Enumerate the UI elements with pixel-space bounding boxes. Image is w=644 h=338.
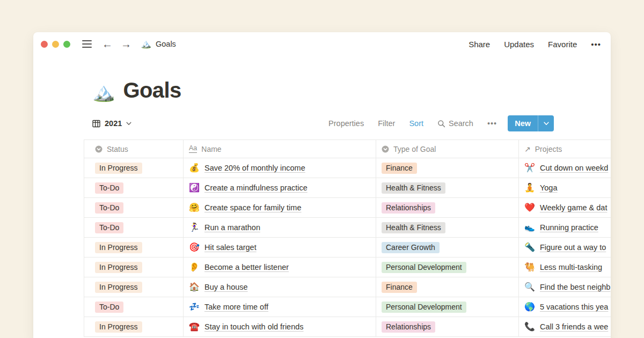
type-badge: Health & Fitness [382,182,445,194]
projects-cell[interactable]: ❤️ Weekly game & dat [518,198,611,218]
properties-button[interactable]: Properties [328,119,364,128]
breadcrumb-label: Goals [156,40,176,48]
type-of-goal-cell[interactable]: Finance [376,277,518,297]
type-of-goal-cell[interactable]: Health & Fitness [376,178,518,198]
status-badge: To-Do [95,302,123,313]
projects-cell[interactable]: 👟 Running practice [518,218,611,238]
goal-name: Become a better listener [204,263,289,271]
search-label: Search [449,119,473,128]
type-of-goal-cell[interactable]: Personal Development [376,297,518,317]
status-cell[interactable]: In Progress [84,277,183,297]
chevron-down-icon [544,122,549,126]
more-options-icon[interactable]: ••• [591,40,601,49]
type-badge: Personal Development [382,262,466,273]
forward-arrow-icon[interactable]: → [121,39,131,49]
status-cell[interactable]: To-Do [84,297,183,317]
goal-name: Stay in touch with old friends [204,322,304,331]
type-of-goal-cell[interactable]: Relationships [376,198,518,218]
name-cell[interactable]: ☎️ Stay in touch with old friends [183,317,376,337]
column-label: Type of Goal [393,145,436,153]
name-cell[interactable]: 🏠 Buy a house [183,277,376,297]
column-header-name[interactable]: Aa Name [183,139,376,158]
status-cell[interactable]: To-Do [84,218,183,238]
close-window-button[interactable] [41,41,48,48]
breadcrumb[interactable]: 🏔️ Goals [141,40,176,48]
name-cell[interactable]: ☯️ Create a mindfulness practice [183,178,376,198]
project-name: Less multi-tasking [540,263,602,271]
project-name: Find the best neighb [540,283,610,291]
projects-cell[interactable]: 🔍 Find the best neighb [518,277,611,297]
window-topbar: ← → 🏔️ Goals Share Updates Favorite ••• [33,32,611,56]
goal-icon: 🏃‍♀️ [189,223,200,232]
page-icon-mountain[interactable]: 🏔️ [92,82,115,102]
sort-button[interactable]: Sort [409,119,423,128]
status-badge: In Progress [95,163,142,174]
column-label: Projects [535,145,562,153]
status-cell[interactable]: To-Do [84,178,183,198]
updates-button[interactable]: Updates [504,40,534,49]
goal-name: Hit sales target [204,243,257,252]
status-cell[interactable]: In Progress [84,317,183,337]
view-switcher[interactable]: 2021 [92,119,131,128]
project-icon: 🔍 [524,283,535,291]
type-of-goal-cell[interactable]: Relationships [376,317,518,337]
name-cell[interactable]: 🏃‍♀️ Run a marathon [183,218,376,238]
projects-cell[interactable]: ✂️ Cut down on weekd [518,158,611,178]
name-cell[interactable]: 🤗 Create space for family time [183,198,376,218]
projects-cell[interactable]: 🔦 Figure out a way to [518,238,611,258]
project-icon: 🐫 [524,263,535,271]
name-cell[interactable]: 💰 Save 20% of monthly income [183,158,376,178]
page-header: 🏔️ Goals [92,78,611,102]
name-cell[interactable]: 🎯 Hit sales target [183,238,376,258]
project-name: 5 vacations this yea [540,303,608,311]
zoom-window-button[interactable] [63,41,70,48]
status-badge: In Progress [95,282,142,293]
type-badge: Finance [382,163,417,174]
status-cell[interactable]: In Progress [84,158,183,178]
back-arrow-icon[interactable]: ← [102,39,113,49]
minimize-window-button[interactable] [52,41,59,48]
view-more-options-icon[interactable]: ••• [487,119,497,128]
favorite-button[interactable]: Favorite [548,40,577,49]
status-cell[interactable]: To-Do [84,198,183,218]
database-table: Status Aa Name Type of Goal ↗ Projects [84,139,611,337]
type-badge: Health & Fitness [382,222,445,233]
type-badge: Finance [382,282,417,293]
projects-cell[interactable]: 📞 Call 3 friends a wee [518,317,611,337]
name-cell[interactable]: 👂 Become a better listener [183,258,376,277]
project-icon: ✂️ [524,164,535,172]
filter-button[interactable]: Filter [378,119,395,128]
status-badge: In Progress [95,242,142,253]
type-badge: Relationships [382,202,435,214]
status-badge: To-Do [95,202,123,214]
column-header-projects[interactable]: ↗ Projects [518,139,611,158]
projects-cell[interactable]: 🌎 5 vacations this yea [518,297,611,317]
goal-icon: 🎯 [189,243,200,252]
project-name: Call 3 friends a wee [540,322,608,331]
database-toolbar: 2021 Properties Filter Sort Search ••• N… [92,115,554,132]
project-name: Cut down on weekd [540,164,608,172]
new-dropdown-button[interactable] [538,115,554,131]
share-button[interactable]: Share [469,40,490,49]
status-cell[interactable]: In Progress [84,258,183,277]
type-of-goal-cell[interactable]: Personal Development [376,258,518,277]
type-of-goal-cell[interactable]: Health & Fitness [376,218,518,238]
column-header-type-of-goal[interactable]: Type of Goal [376,139,518,158]
search-button[interactable]: Search [437,119,473,128]
status-badge: In Progress [95,262,142,273]
sidebar-menu-icon[interactable] [80,38,94,50]
goal-name: Run a marathon [204,223,260,232]
column-header-status[interactable]: Status [84,139,183,158]
table-view-icon [92,120,100,128]
type-of-goal-cell[interactable]: Finance [376,158,518,178]
project-icon: 🌎 [524,303,535,311]
projects-cell[interactable]: 🧘 Yoga [518,178,611,198]
goal-icon: 💰 [189,164,200,172]
status-cell[interactable]: In Progress [84,238,183,258]
projects-cell[interactable]: 🐫 Less multi-tasking [518,258,611,277]
type-badge: Personal Development [382,302,466,313]
name-cell[interactable]: 💤 Take more time off [183,297,376,317]
page-title[interactable]: Goals [123,78,181,102]
new-button[interactable]: New [508,115,554,131]
type-of-goal-cell[interactable]: Career Growth [376,238,518,258]
